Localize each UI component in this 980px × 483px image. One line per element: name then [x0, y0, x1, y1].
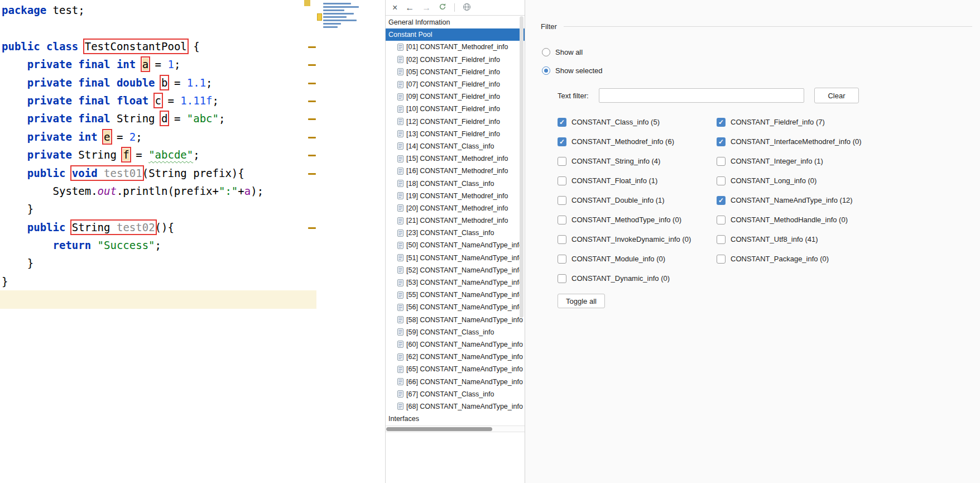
change-marker[interactable] [308, 227, 316, 229]
filter-checkbox-row[interactable]: CONSTANT_Dynamic_info (0) [558, 274, 691, 283]
code-line[interactable]: } [2, 200, 263, 218]
tree-section[interactable]: Interfaces [386, 413, 525, 425]
checkbox[interactable] [717, 157, 726, 166]
filter-checkbox-row[interactable]: CONSTANT_Integer_info (1) [717, 156, 862, 166]
tree-item[interactable]: [14] CONSTANT_Class_info [386, 140, 525, 152]
tree-item[interactable]: [51] CONSTANT_NameAndType_info [386, 252, 525, 264]
change-marker[interactable] [308, 64, 316, 66]
filter-checkbox-row[interactable]: ✓CONSTANT_InterfaceMethodref_info (0) [717, 137, 862, 146]
tree-item[interactable]: [23] CONSTANT_Class_info [386, 227, 525, 239]
tree-item[interactable]: [62] CONSTANT_NameAndType_info [386, 351, 525, 363]
filter-checkbox-row[interactable]: ✓CONSTANT_Methodref_info (6) [558, 137, 691, 146]
code-line[interactable]: private final float c = 1.11f; [2, 92, 263, 109]
filter-checkbox-row[interactable]: CONSTANT_Utf8_info (41) [717, 235, 862, 244]
code-line[interactable]: public String test02(){ [2, 218, 263, 236]
change-marker[interactable] [308, 137, 316, 138]
code-line[interactable]: private final String d = "abc"; [2, 109, 263, 127]
change-marker[interactable] [308, 118, 316, 120]
checkbox[interactable]: ✓ [717, 118, 726, 127]
filter-checkbox-row[interactable]: ✓CONSTANT_Class_info (5) [558, 117, 691, 127]
checkbox[interactable] [558, 196, 566, 205]
vertical-scrollbar[interactable] [520, 16, 524, 424]
filter-checkbox-row[interactable]: ✓CONSTANT_Fieldref_info (7) [717, 117, 862, 127]
checkbox[interactable] [717, 176, 726, 185]
checkbox[interactable] [558, 157, 566, 166]
tree-item[interactable]: [20] CONSTANT_Methodref_info [386, 202, 525, 214]
change-marker[interactable] [308, 173, 316, 175]
editor-minimap[interactable] [316, 1, 368, 31]
tree-item[interactable]: [19] CONSTANT_Methodref_info [386, 190, 525, 202]
clear-button[interactable]: Clear [814, 88, 859, 103]
checkbox[interactable] [558, 255, 566, 264]
filter-checkbox-row[interactable]: CONSTANT_String_info (4) [558, 156, 691, 166]
checkbox[interactable]: ✓ [717, 137, 726, 146]
tree-item[interactable]: [01] CONSTANT_Methodref_info [386, 41, 525, 53]
change-marker[interactable] [308, 83, 316, 84]
code-line[interactable]: } [2, 254, 263, 272]
tree-item[interactable]: [18] CONSTANT_Class_info [386, 177, 525, 189]
checkbox[interactable] [558, 235, 566, 244]
checkbox[interactable]: ✓ [558, 118, 566, 127]
code-line[interactable]: } [2, 272, 263, 290]
filter-checkbox-row[interactable]: CONSTANT_Long_info (0) [717, 176, 862, 185]
back-icon[interactable]: ← [405, 3, 414, 12]
tree-item[interactable]: [02] CONSTANT_Fieldref_info [386, 54, 525, 66]
radio-button[interactable] [542, 48, 550, 56]
tree-section[interactable]: Constant Pool [386, 28, 525, 41]
tree-item[interactable]: [66] CONSTANT_NameAndType_info [386, 375, 525, 388]
tree-item[interactable]: [12] CONSTANT_Fieldref_info [386, 116, 525, 128]
tree-section[interactable]: General Information [386, 16, 525, 28]
editor-error-stripe[interactable] [304, 0, 316, 483]
tree-item[interactable]: [05] CONSTANT_Fieldref_info [386, 66, 525, 78]
tree-item[interactable]: [15] CONSTANT_Methodref_info [386, 152, 525, 165]
code-line[interactable] [2, 19, 263, 37]
filter-checkbox-row[interactable]: CONSTANT_MethodHandle_info (0) [717, 215, 862, 224]
radio-option[interactable]: Show selected [542, 66, 603, 75]
tree-item[interactable]: [67] CONSTANT_Class_info [386, 388, 525, 400]
tree-item[interactable]: [60] CONSTANT_NameAndType_info [386, 338, 525, 351]
forward-icon[interactable]: → [422, 3, 431, 12]
filter-checkbox-row[interactable]: CONSTANT_Float_info (1) [558, 176, 691, 185]
code-line[interactable]: return "Success"; [2, 236, 263, 254]
checkbox[interactable] [558, 176, 566, 185]
filter-checkbox-row[interactable]: CONSTANT_Double_info (1) [558, 195, 691, 205]
code-line[interactable]: public void test01(String prefix){ [2, 164, 263, 182]
tree-item[interactable]: [59] CONSTANT_Class_info [386, 326, 525, 338]
code-area[interactable]: package test;public class TestConstantPo… [2, 1, 263, 309]
change-marker[interactable] [308, 155, 316, 156]
tree-item[interactable]: [07] CONSTANT_Fieldref_info [386, 78, 525, 90]
change-marker[interactable] [308, 46, 316, 48]
scrollbar-thumb[interactable] [520, 16, 523, 318]
close-icon[interactable]: × [392, 3, 397, 12]
filter-checkbox-row[interactable]: CONSTANT_Package_info (0) [717, 254, 862, 264]
tree-item[interactable]: [53] CONSTANT_NameAndType_info [386, 276, 525, 289]
code-line[interactable]: private final int a = 1; [2, 55, 263, 73]
filter-checkbox-row[interactable]: CONSTANT_Module_info (0) [558, 254, 691, 264]
filter-checkbox-row[interactable]: ✓CONSTANT_NameAndType_info (12) [717, 195, 862, 205]
checkbox[interactable] [717, 216, 726, 224]
horizontal-scrollbar[interactable] [386, 425, 525, 432]
code-line[interactable] [2, 290, 263, 308]
code-line[interactable]: private int e = 2; [2, 128, 263, 146]
change-marker[interactable] [308, 101, 316, 102]
scrollbar-thumb[interactable] [386, 427, 492, 431]
checkbox[interactable] [558, 274, 566, 283]
checkbox[interactable] [558, 216, 566, 224]
tree-item[interactable]: [10] CONSTANT_Fieldref_info [386, 103, 525, 115]
checkbox[interactable] [717, 235, 726, 244]
radio-button[interactable] [542, 66, 550, 75]
text-filter-input[interactable] [599, 88, 804, 103]
filter-checkbox-row[interactable]: CONSTANT_MethodType_info (0) [558, 215, 691, 224]
tree-item[interactable]: [58] CONSTANT_NameAndType_info [386, 314, 525, 326]
filter-checkbox-row[interactable]: CONSTANT_InvokeDynamic_info (0) [558, 235, 691, 244]
code-editor[interactable]: package test;public class TestConstantPo… [0, 0, 304, 483]
checkbox[interactable]: ✓ [717, 196, 726, 205]
code-line[interactable]: private String f = "abcde"; [2, 146, 263, 164]
tree-item[interactable]: [13] CONSTANT_Fieldref_info [386, 128, 525, 140]
code-line[interactable]: private final double b = 1.1; [2, 74, 263, 92]
tree-item[interactable]: [65] CONSTANT_NameAndType_info [386, 363, 525, 375]
tree-item[interactable]: [09] CONSTANT_Fieldref_info [386, 90, 525, 103]
tree-item[interactable]: [56] CONSTANT_NameAndType_info [386, 301, 525, 313]
tree-item[interactable]: [52] CONSTANT_NameAndType_info [386, 264, 525, 276]
toggle-all-button[interactable]: Toggle all [558, 294, 605, 308]
